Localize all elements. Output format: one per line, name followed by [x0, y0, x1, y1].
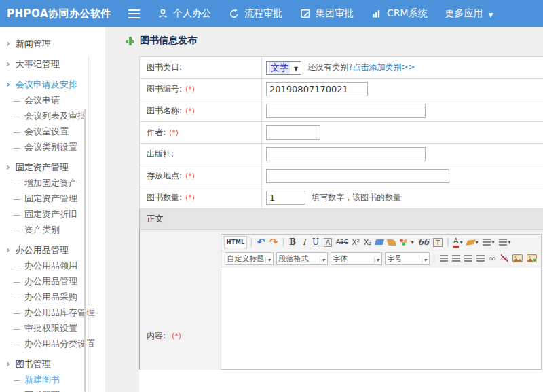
sidebar-item-asset-category[interactable]: 资产类别 [0, 222, 105, 237]
font-family-select[interactable]: 字体 [331, 252, 382, 265]
superscript-button[interactable] [351, 236, 361, 248]
sidebar-scrollbar[interactable] [84, 109, 86, 392]
bold-button[interactable] [288, 236, 298, 248]
paragraph-format-select[interactable]: 段落格式 [276, 252, 328, 265]
menu-toggle-button[interactable] [119, 0, 149, 27]
sidebar-item-asset-manage[interactable]: 固定资产管理 [0, 191, 105, 206]
font-family-label: 字体 [331, 254, 350, 264]
undo-button[interactable] [255, 236, 267, 248]
sidebar-group-news[interactable]: 新闻管理 [0, 36, 105, 52]
sidebar-item-label: 会议申请 [24, 95, 60, 105]
sidebar-scrollbar-track [88, 56, 89, 392]
edit-document-icon [300, 8, 311, 19]
sidebar-item-meeting-apply[interactable]: 会议申请 [0, 92, 105, 108]
top-menu-label: 更多应用 [445, 7, 483, 20]
sidebar-group-office-supplies[interactable]: 办公用品管理 [0, 242, 105, 258]
sidebar-item-meeting-category[interactable]: 会议类别设置 [0, 139, 105, 155]
source-code-button[interactable]: HTML [224, 236, 248, 248]
category-select[interactable]: 文学 [266, 61, 301, 75]
form-row-book-no: 图书编号: (*) [139, 79, 543, 100]
sidebar-item-add-asset[interactable]: 增加固定资产 [0, 175, 105, 191]
align-right-button[interactable] [463, 252, 474, 264]
align-center-button[interactable] [451, 252, 462, 264]
top-menu-item-personal-office[interactable]: 个人办公 [149, 0, 220, 27]
editor-content-area[interactable] [221, 267, 541, 370]
field-label: 图书数量: [147, 192, 182, 203]
sidebar-group-books[interactable]: 图书管理 [0, 356, 105, 372]
image-icon [512, 254, 523, 262]
top-menu-item-more-apps[interactable]: 更多应用 [436, 0, 502, 27]
blockquote-button[interactable] [416, 236, 430, 248]
field-value-cell [262, 100, 543, 121]
sidebar-item-label: 会议室设置 [24, 126, 69, 136]
quantity-input[interactable] [266, 191, 305, 205]
caret-down-icon [483, 8, 493, 19]
font-size-select[interactable]: 字号 [385, 252, 430, 265]
sidebar-group-memorabilia[interactable]: 大事记管理 [0, 56, 105, 72]
sidebar-item-new-book[interactable]: 新建图书 [0, 372, 105, 387]
top-menu-item-workflow-approval[interactable]: 流程审批 [220, 0, 291, 27]
remove-link-button[interactable] [499, 252, 510, 264]
sidebar-item-meeting-list[interactable]: 会议列表及审批 [0, 108, 105, 123]
align-left-button[interactable] [438, 252, 449, 264]
sidebar-group-meeting[interactable]: 会议申请及安排 [0, 77, 105, 92]
background-color-button[interactable] [322, 236, 334, 248]
align-justify-button[interactable] [475, 252, 486, 264]
ordered-list-button[interactable] [481, 236, 496, 248]
sidebar-item-book-manage[interactable]: 图书管理 [0, 387, 105, 392]
hamburger-icon [128, 9, 140, 18]
book-no-input[interactable] [266, 82, 368, 96]
dash-icon [13, 224, 24, 235]
sidebar-item-supplies-purchase[interactable]: 办公用品采购 [0, 289, 105, 305]
sidebar-item-supplies-manage[interactable]: 办公用品管理 [0, 273, 105, 289]
author-input[interactable] [266, 125, 320, 140]
italic-button[interactable] [299, 236, 310, 248]
top-menu-item-group-approval[interactable]: 集团审批 [291, 0, 362, 27]
custom-heading-select[interactable]: 自定义标题 [225, 252, 274, 265]
font-size-label: 字号 [386, 254, 405, 264]
dash-icon [13, 307, 24, 317]
dash-icon [13, 142, 24, 152]
quantity-hint: 填写数字，该图书的数量 [312, 192, 401, 203]
add-category-link[interactable]: 点击添加类别>> [353, 62, 415, 73]
emoticon-picker-button[interactable] [398, 236, 415, 248]
publisher-input[interactable] [266, 147, 426, 161]
section-header-label: 正文 [147, 214, 164, 225]
format-brush-button[interactable] [386, 236, 397, 248]
sidebar-item-meeting-room[interactable]: 会议室设置 [0, 123, 105, 139]
sidebar-item-label: 资产类别 [24, 224, 60, 235]
top-menu-item-crm[interactable]: CRM系统 [362, 0, 436, 27]
highlight-color-button[interactable] [466, 236, 480, 248]
subscript-button[interactable] [362, 236, 373, 248]
sidebar-group-label: 大事记管理 [16, 59, 60, 69]
sidebar-item-supplies-claim[interactable]: 办公用品领用 [0, 258, 105, 273]
form-row-book-name: 图书名称: (*) [139, 100, 543, 122]
underline-button[interactable] [311, 236, 321, 248]
remove-format-button[interactable] [374, 236, 385, 248]
field-value-cell: HTML | | [217, 230, 543, 370]
sidebar-group-fixed-assets[interactable]: 固定资产管理 [0, 159, 105, 175]
sidebar-item-approval-permission[interactable]: 审批权限设置 [0, 320, 105, 336]
insert-link-button[interactable] [487, 252, 498, 264]
unordered-list-button[interactable] [498, 236, 512, 248]
chevron-right-icon [6, 245, 16, 255]
sidebar-group-label: 图书管理 [16, 359, 51, 369]
top-menu-label: 个人办公 [173, 7, 211, 20]
required-marker: (*) [185, 106, 195, 115]
strikethrough-button[interactable] [335, 236, 349, 248]
paste-as-text-button[interactable] [432, 236, 444, 248]
location-input[interactable] [266, 169, 449, 183]
dash-icon [13, 178, 24, 188]
dash-icon [13, 126, 24, 136]
book-name-input[interactable] [266, 104, 426, 118]
sidebar-item-supplies-classification[interactable]: 办公用品分类设置 [0, 336, 105, 351]
field-label-cell: 图书编号: (*) [140, 79, 262, 100]
sidebar-item-asset-depreciation[interactable]: 固定资产折旧 [0, 206, 105, 222]
redo-button[interactable] [268, 236, 280, 248]
insert-image-button[interactable] [525, 252, 538, 264]
top-menu-label: 流程审批 [244, 7, 282, 20]
image-button[interactable] [511, 252, 524, 264]
sidebar-item-supplies-inventory[interactable]: 办公用品库存管理 [0, 305, 105, 320]
bar-chart-icon [371, 8, 382, 19]
font-color-button[interactable] [452, 236, 464, 248]
